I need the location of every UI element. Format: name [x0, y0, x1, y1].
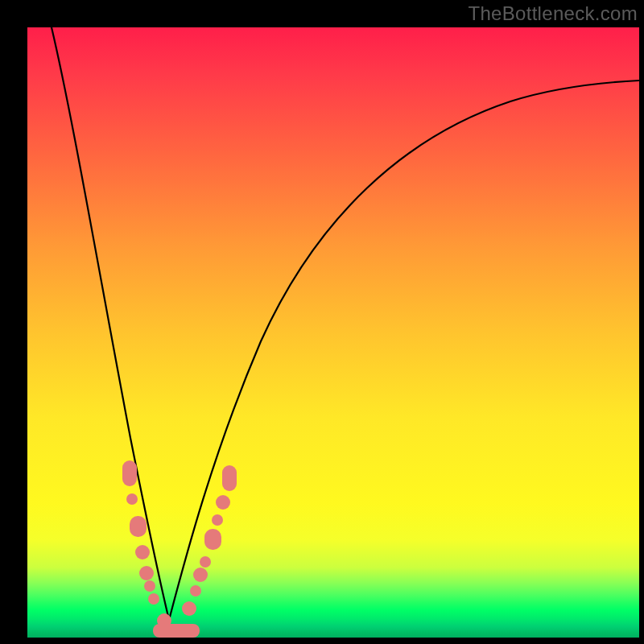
data-point	[190, 585, 201, 597]
data-point	[130, 516, 147, 537]
data-point	[204, 529, 221, 550]
curve-right-arm	[169, 80, 639, 620]
data-point	[126, 493, 138, 505]
data-point	[222, 465, 237, 491]
data-point	[200, 556, 211, 568]
data-point	[144, 580, 155, 592]
data-point	[216, 495, 230, 510]
watermark-text: TheBottleneck.com	[468, 2, 638, 25]
data-point	[212, 514, 223, 526]
data-point	[139, 566, 154, 580]
chart-plot-area	[27, 27, 639, 638]
data-point	[153, 624, 200, 638]
data-point	[135, 545, 150, 559]
data-point	[182, 601, 196, 616]
curve-left-arm	[52, 27, 169, 620]
bottleneck-curve	[27, 27, 639, 638]
data-point	[148, 593, 159, 605]
data-point	[193, 568, 208, 582]
data-point	[122, 460, 137, 486]
